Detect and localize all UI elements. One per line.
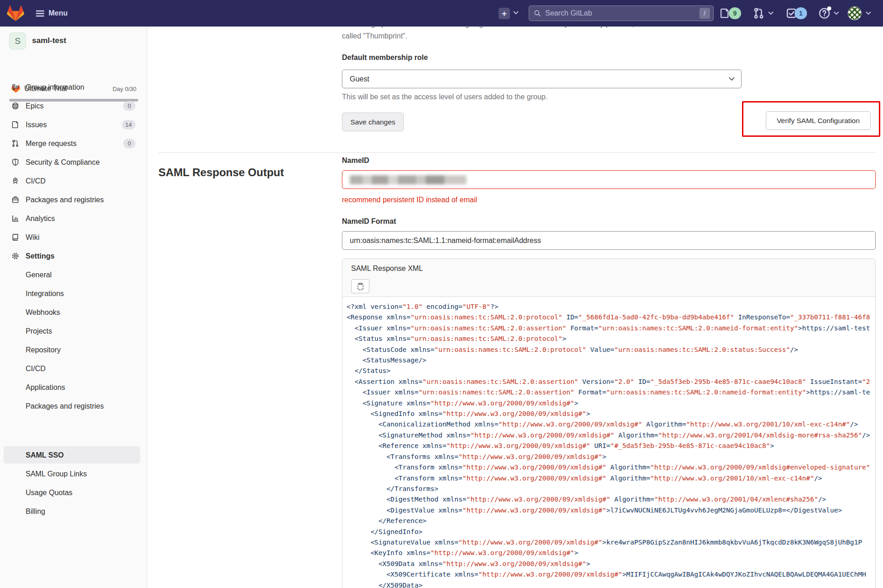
sidebar-item-packages-registries-settings[interactable]: Packages and registries xyxy=(0,397,147,415)
sidebar-item-issues[interactable]: Issues 14 xyxy=(0,115,147,134)
hamburger-icon xyxy=(36,10,44,17)
default-membership-role-select[interactable]: Guest xyxy=(342,70,742,88)
nameid-redacted-value xyxy=(350,175,466,184)
nameid-input[interactable] xyxy=(342,170,876,189)
sidebar-item-cicd-settings[interactable]: CI/CD xyxy=(0,359,147,378)
sidebar-item-saml-sso[interactable]: SAML SSO xyxy=(0,446,147,464)
default-membership-role-label: Default membership role xyxy=(342,54,428,62)
saml-response-output-heading: SAML Response Output xyxy=(158,166,284,179)
section-divider xyxy=(158,152,876,153)
new-menu-button[interactable]: + xyxy=(498,8,510,19)
code-line: <Assertion xmlns="urn:oasis:names:tc:SAM… xyxy=(347,377,873,387)
sidebar-item-security-compliance[interactable]: Security & Compliance xyxy=(0,153,147,172)
code-line: <SignatureMethod xmlns="http://www.w3.or… xyxy=(347,430,873,441)
sidebar-item-saml-group-links[interactable]: SAML Group Links xyxy=(0,464,147,483)
menu-button[interactable]: Menu xyxy=(36,6,68,20)
search-icon xyxy=(534,10,541,17)
code-line: <Issuer xmlns="urn:oasis:names:tc:SAML:2… xyxy=(347,323,873,334)
code-line: </SignedInfo> xyxy=(347,527,873,537)
gitlab-logo[interactable] xyxy=(6,4,25,22)
sidebar-item-projects[interactable]: Projects xyxy=(0,322,147,340)
top-navbar: Menu + / 9 1 xyxy=(0,0,883,27)
user-menu-chevron-icon[interactable] xyxy=(866,11,871,15)
nameid-warning-text: recommend persistent ID instead of email xyxy=(342,196,477,204)
epics-icon xyxy=(11,102,19,110)
saml-fingerprint-help-text: called "Thumbprint". xyxy=(342,32,407,40)
help-chevron-icon[interactable] xyxy=(834,11,839,15)
code-line: </Reference> xyxy=(347,516,873,526)
code-line: <Reference xmlns="http://www.w3.org/2000… xyxy=(347,441,873,451)
save-changes-button[interactable]: Save changes xyxy=(342,113,404,131)
notification-dot xyxy=(827,6,831,11)
sidebar-item-group-information[interactable]: Group information xyxy=(0,78,147,97)
code-line: <DigestMethod xmlns="http://www.w3.org/2… xyxy=(347,494,873,505)
help-menu-button[interactable] xyxy=(818,7,830,19)
membership-role-help-text: This will be set as the access level of … xyxy=(342,93,547,101)
code-line: <Transform xmlns="http://www.w3.org/2000… xyxy=(347,473,873,484)
sidebar-item-analytics[interactable]: Analytics xyxy=(0,209,147,228)
left-sidebar: S saml-test Ultimate Trial Day 0/30 Grou… xyxy=(0,27,147,588)
code-line: <StatusMessage/> xyxy=(347,355,873,366)
group-information-icon xyxy=(11,83,19,91)
sidebar-item-general[interactable]: General xyxy=(0,265,147,284)
code-line: <X509Certificate xmlns="http://www.w3.or… xyxy=(347,569,873,580)
issues-icon xyxy=(11,121,19,129)
search-shortcut-key: / xyxy=(699,8,710,19)
sidebar-item-merge-requests[interactable]: Merge requests 0 xyxy=(0,134,147,153)
search-input[interactable] xyxy=(545,9,699,17)
nameid-format-label: NameID Format xyxy=(342,217,396,226)
sidebar-item-repository[interactable]: Repository xyxy=(0,340,147,359)
sidebar-item-epics[interactable]: Epics 0 xyxy=(0,97,147,115)
code-line: </Transforms> xyxy=(347,484,873,494)
code-line: <X509Data xmlns="http://www.w3.org/2000/… xyxy=(347,559,873,569)
code-line: <CanonicalizationMethod xmlns="http://ww… xyxy=(347,419,873,430)
package-icon xyxy=(11,196,19,204)
menu-label: Menu xyxy=(49,9,68,17)
sidebar-item-cicd[interactable]: CI/CD xyxy=(0,172,147,190)
todos-count-badge[interactable]: 1 xyxy=(795,7,807,19)
copy-to-clipboard-button[interactable] xyxy=(351,279,369,293)
shield-icon xyxy=(11,158,19,166)
sidebar-item-webhooks[interactable]: Webhooks xyxy=(0,303,147,322)
code-line: <Transform xmlns="http://www.w3.org/2000… xyxy=(347,462,873,473)
merge-requests-count-badge: 0 xyxy=(123,139,135,148)
sidebar-item-wiki[interactable]: Wiki xyxy=(0,228,147,247)
code-line: <Status xmlns="urn:oasis:names:tc:SAML:2… xyxy=(347,334,873,344)
merge-request-chevron-icon[interactable] xyxy=(768,11,774,15)
book-icon xyxy=(11,233,19,241)
issues-count-badge[interactable]: 9 xyxy=(729,7,741,19)
code-line: <Response xmlns="urn:oasis:names:tc:SAML… xyxy=(347,312,873,323)
rocket-icon xyxy=(11,177,19,185)
xml-card-title: SAML Response XML xyxy=(351,264,423,273)
search-bar: / xyxy=(529,5,714,21)
clipboard-icon xyxy=(357,282,364,291)
nameid-label: NameID xyxy=(342,156,369,165)
plus-icon: + xyxy=(502,9,507,19)
verify-saml-configuration-button[interactable]: Verify SAML Configuration xyxy=(766,111,871,130)
code-line: <DigestValue xmlns="http://www.w3.org/20… xyxy=(347,505,873,516)
bar-chart-icon xyxy=(11,215,19,222)
merge-request-icon[interactable] xyxy=(753,7,764,19)
sidebar-item-integrations[interactable]: Integrations xyxy=(0,284,147,303)
sidebar-item-settings[interactable]: Settings xyxy=(0,247,147,265)
code-line: <Issuer xmlns="urn:oasis:names:tc:SAML:2… xyxy=(347,387,873,398)
new-menu-chevron-icon[interactable] xyxy=(513,11,519,15)
group-avatar[interactable]: S xyxy=(9,32,26,49)
sidebar-item-billing[interactable]: Billing xyxy=(0,502,147,521)
sidebar-item-usage-quotas[interactable]: Usage Quotas xyxy=(0,483,147,502)
saml-response-xml-card: SAML Response XML <?xml version="1.0" en… xyxy=(342,259,876,588)
code-line: <Signature xmlns="http://www.w3.org/2000… xyxy=(347,398,873,409)
chevron-down-icon xyxy=(729,77,735,81)
nameid-format-input[interactable]: urn:oasis:names:tc:SAML:1.1:nameid-forma… xyxy=(342,231,876,250)
code-line: <SignatureValue xmlns="http://www.w3.org… xyxy=(347,537,873,548)
sidebar-item-packages-registries[interactable]: Packages and registries xyxy=(0,190,147,209)
user-avatar[interactable] xyxy=(848,6,861,20)
nameid-format-value: urn:oasis:names:tc:SAML:1.1:nameid-forma… xyxy=(350,237,541,245)
group-name[interactable]: saml-test xyxy=(32,36,66,45)
sidebar-item-applications[interactable]: Applications xyxy=(0,378,147,397)
code-line: <SignedInfo xmlns="http://www.w3.org/200… xyxy=(347,409,873,419)
code-line: </X509Data> xyxy=(347,580,873,588)
xml-card-header: SAML Response XML xyxy=(342,259,875,297)
selected-role-value: Guest xyxy=(350,75,369,83)
gear-icon xyxy=(11,252,19,260)
